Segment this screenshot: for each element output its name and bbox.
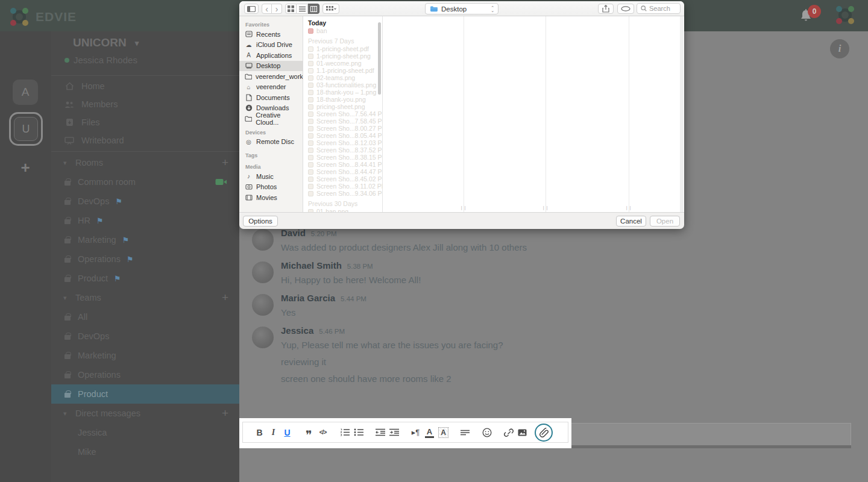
finder-sidebar-remote-disc[interactable]: ◎Remote Disc [239, 137, 303, 148]
paragraph-direction-button[interactable]: ▸¶ [409, 425, 423, 440]
file-item[interactable]: Screen Sho...9.34.06 PM [303, 190, 382, 197]
cancel-button[interactable]: Cancel [616, 216, 646, 227]
file-item[interactable]: ban [303, 27, 382, 34]
column-resize-handle[interactable]: ❘❘ [542, 205, 549, 210]
add-direct-messages-button[interactable]: + [222, 407, 228, 420]
file-item[interactable]: 1-pricing-sheet.pdf [303, 45, 382, 52]
file-item[interactable]: 1.1-pricing-sheet.pdf [303, 67, 382, 74]
blockquote-button[interactable]: ❞ [302, 425, 316, 440]
section-header-rooms[interactable]: ▾Rooms+ [51, 153, 239, 172]
file-item[interactable]: Screen Sho...8.00.27 PM [303, 125, 382, 132]
channel-hr[interactable]: HR⚑ [51, 211, 239, 230]
file-item[interactable]: Screen Sho...8.05.44 PM [303, 132, 382, 139]
underline-button[interactable]: U [280, 425, 294, 440]
options-button[interactable]: Options [243, 216, 278, 227]
channel-product[interactable]: Product⚑ [51, 269, 239, 288]
finder-sidebar-applications[interactable]: AApplications [239, 50, 303, 61]
finder-sidebar-music[interactable]: ♪Music [239, 171, 303, 182]
highlight-button[interactable]: A [438, 427, 448, 438]
italic-button[interactable]: I [266, 425, 280, 440]
location-select[interactable]: Desktop ⌃⌄ [425, 3, 498, 14]
channel-devops[interactable]: DevOps [51, 327, 239, 346]
channel-marketing[interactable]: Marketing [51, 346, 239, 365]
channel-operations[interactable]: Operations⚑ [51, 249, 239, 269]
file-item[interactable]: Screen Sho...7.58.45 PM [303, 117, 382, 125]
info-button[interactable]: i [830, 39, 849, 58]
channel-operations[interactable]: Operations [51, 365, 239, 384]
finder-sidebar-recents[interactable]: Recents [239, 29, 303, 40]
file-item[interactable]: Screen Sho...8.38.15 PM [303, 154, 382, 161]
channel-common-room[interactable]: Common room [51, 172, 239, 192]
column-resize-handle[interactable]: ❘❘ [625, 205, 632, 210]
section-header-teams[interactable]: ▾Teams+ [51, 288, 239, 307]
link-button[interactable] [502, 425, 515, 440]
finder-sidebar-photos[interactable]: Photos [239, 182, 303, 193]
icon-view-button[interactable] [285, 4, 297, 14]
workspace-switcher[interactable]: UNICORN ▾ [73, 36, 139, 49]
search-input[interactable]: Search [637, 3, 681, 14]
text-color-button[interactable]: A [425, 427, 434, 438]
forward-button[interactable]: › [272, 4, 282, 14]
bullet-list-button[interactable] [351, 425, 365, 440]
column-view-button[interactable] [308, 4, 319, 14]
back-button[interactable]: ‹ [262, 4, 272, 14]
file-item[interactable]: Screen Sho...8.45.02 PM [303, 175, 382, 183]
file-item[interactable]: pricing-sheet.png [303, 103, 382, 110]
align-button[interactable] [458, 425, 472, 440]
finder-sidebar-creative-cloud-[interactable]: Creative Cloud... [239, 113, 303, 124]
finder-sidebar-desktop[interactable]: Desktop [239, 61, 303, 72]
scrollbar[interactable] [378, 22, 381, 95]
message-input[interactable] [570, 423, 851, 445]
file-item[interactable]: 03-functionalities.png [303, 81, 382, 89]
finder-sidebar-veerender[interactable]: ⌂veerender [239, 82, 303, 93]
app-logo-icon[interactable] [834, 4, 856, 26]
file-item[interactable]: 18-thank-you – 1.png [303, 89, 382, 96]
code-button[interactable]: </> [316, 425, 330, 440]
file-item[interactable]: Screen Sho...7.56.44 PM [303, 110, 382, 117]
scrollbar[interactable] [680, 16, 684, 212]
open-button[interactable]: Open [650, 216, 680, 227]
channel-jessica[interactable]: Jessica [51, 423, 239, 442]
ordered-list-button[interactable] [338, 425, 351, 440]
add-teams-button[interactable]: + [222, 291, 228, 304]
finder-sidebar-documents[interactable]: Documents [239, 92, 303, 103]
sidebar-item-writeboard[interactable]: Writeboard [51, 131, 239, 149]
channel-product[interactable]: Product [51, 384, 239, 404]
file-item[interactable]: 18-thank-you.png [303, 96, 382, 103]
file-item[interactable]: Screen Sho...9.11.02 PM [303, 183, 382, 190]
bold-button[interactable]: B [253, 425, 266, 440]
channel-all[interactable]: All [51, 307, 239, 327]
attachment-button[interactable] [535, 424, 553, 442]
file-item[interactable]: Screen Sho...8.44.47 PM [303, 168, 382, 175]
tags-button[interactable] [617, 4, 634, 14]
notifications-button[interactable]: 0 [799, 5, 827, 28]
brand[interactable]: EDVIE [8, 6, 77, 28]
channel-mike[interactable]: Mike [51, 442, 239, 462]
file-item[interactable]: Screen Sho...8.12.03 PM [303, 139, 382, 146]
file-item[interactable]: 01-ban.png [303, 208, 382, 212]
file-item[interactable]: 01-wecome.png [303, 60, 382, 67]
column-resize-handle[interactable]: ❘❘ [460, 205, 467, 210]
sidebar-item-home[interactable]: Home [51, 77, 239, 95]
emoji-button[interactable] [480, 425, 494, 440]
outdent-button[interactable] [373, 425, 387, 440]
file-item[interactable]: 1-pricing-sheet.png [303, 52, 382, 60]
action-menu-button[interactable] [322, 4, 339, 14]
file-item[interactable]: 02-teams.png [303, 74, 382, 81]
sidebar-item-files[interactable]: Files [51, 113, 239, 131]
file-item[interactable]: Screen Sho...8.37.52 PM [303, 146, 382, 154]
section-header-direct-messages[interactable]: ▾Direct messages+ [51, 404, 239, 423]
share-button[interactable] [598, 4, 614, 14]
channel-marketing[interactable]: Marketing⚑ [51, 230, 239, 249]
sidebar-item-members[interactable]: Members [51, 95, 239, 113]
image-button[interactable] [515, 425, 529, 440]
indent-button[interactable] [387, 425, 401, 440]
file-item[interactable]: Screen Sho...8.44.41 PM [303, 161, 382, 168]
sidebar-toggle-button[interactable] [244, 4, 259, 14]
add-workspace-button[interactable]: + [16, 158, 35, 177]
finder-sidebar-movies[interactable]: Movies [239, 192, 303, 203]
workspace-avatar-a[interactable]: A [13, 80, 38, 105]
finder-sidebar-veerender-work-[interactable]: veerender_work... [239, 71, 303, 82]
add-rooms-button[interactable]: + [222, 156, 228, 169]
finder-sidebar-icloud-drive[interactable]: ☁iCloud Drive [239, 40, 303, 51]
